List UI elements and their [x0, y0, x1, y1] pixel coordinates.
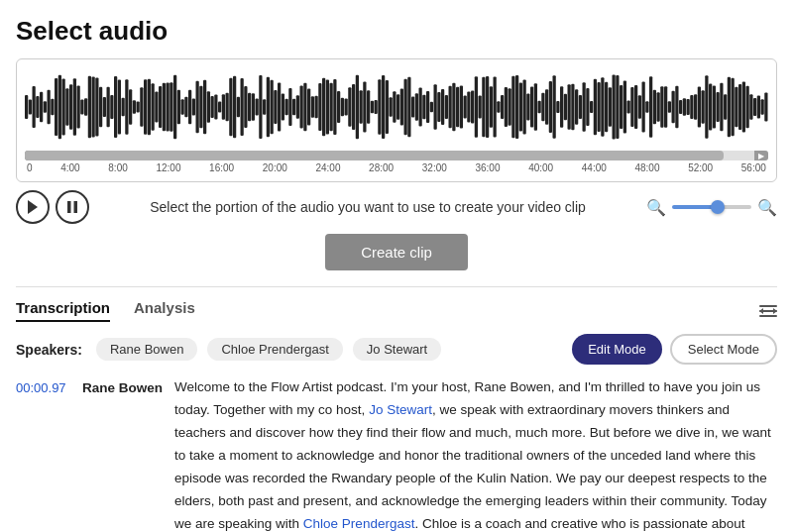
svg-rect-20	[99, 87, 102, 127]
svg-rect-188	[724, 94, 727, 119]
select-mode-button[interactable]: Select Mode	[670, 334, 777, 365]
zoom-controls: 🔍 🔍	[646, 198, 777, 217]
svg-rect-128	[501, 95, 504, 119]
edit-mode-button[interactable]: Edit Mode	[572, 334, 662, 365]
tab-transcription[interactable]: Transcription	[16, 299, 110, 322]
tabs-row: Transcription Analysis	[16, 299, 777, 322]
svg-rect-194	[746, 86, 749, 128]
svg-rect-195	[749, 94, 752, 119]
svg-rect-78	[315, 96, 318, 119]
create-clip-button[interactable]: Create clip	[325, 234, 468, 270]
svg-rect-157	[609, 87, 612, 127]
svg-rect-29	[133, 100, 136, 113]
svg-rect-109	[430, 102, 433, 113]
scrollbar-thumb[interactable]	[25, 151, 724, 160]
svg-rect-117	[460, 85, 463, 128]
highlight-chloe-prendergast: Chloe Prendergast	[303, 516, 415, 531]
svg-rect-140	[545, 89, 548, 124]
select-hint: Select the portion of the audio you want…	[89, 199, 646, 215]
play-button[interactable]	[16, 190, 50, 224]
svg-rect-68	[278, 82, 281, 131]
svg-rect-38	[167, 82, 170, 131]
transcript-timestamp: 00:00.97	[16, 376, 70, 532]
create-clip-row: Create clip	[16, 234, 777, 270]
svg-rect-73	[296, 95, 299, 118]
tab-analysis[interactable]: Analysis	[134, 299, 195, 322]
transcript-entry: 00:00.97 Rane Bowen Welcome to the Flow …	[16, 376, 777, 532]
svg-rect-161	[623, 80, 626, 133]
svg-rect-74	[300, 85, 303, 128]
svg-rect-97	[386, 80, 389, 134]
waveform-scrollbar[interactable]: ◀ ▶	[25, 151, 768, 160]
play-controls	[16, 190, 89, 224]
svg-rect-138	[538, 101, 541, 114]
svg-rect-105	[415, 93, 418, 120]
svg-rect-177	[683, 98, 686, 116]
svg-rect-10	[62, 79, 65, 136]
svg-rect-22	[107, 87, 110, 127]
speaker-chip-jo-stewart[interactable]: Jo Stewart	[353, 338, 441, 361]
zoom-slider[interactable]	[672, 205, 751, 209]
svg-rect-175	[675, 86, 678, 128]
svg-rect-12	[69, 84, 72, 129]
speaker-chip-chloe-prendergast[interactable]: Chloe Prendergast	[207, 338, 342, 361]
svg-rect-37	[163, 83, 166, 131]
svg-rect-0	[25, 95, 28, 119]
transcript-area: 00:00.97 Rane Bowen Welcome to the Flow …	[16, 376, 777, 532]
svg-rect-178	[687, 99, 690, 115]
svg-rect-56	[233, 76, 236, 139]
svg-rect-143	[556, 101, 559, 113]
svg-rect-185	[713, 86, 716, 129]
svg-rect-72	[292, 99, 295, 115]
svg-rect-60	[248, 93, 251, 122]
svg-rect-137	[534, 83, 537, 131]
svg-rect-176	[679, 100, 682, 114]
svg-rect-63	[259, 75, 262, 139]
svg-rect-32	[144, 79, 147, 135]
playback-controls-row: Select the portion of the audio you want…	[16, 190, 777, 224]
svg-rect-59	[244, 86, 247, 128]
pause-button[interactable]	[56, 190, 89, 224]
svg-rect-91	[363, 81, 366, 132]
svg-rect-179	[690, 95, 693, 119]
svg-rect-5	[44, 101, 47, 112]
svg-rect-110	[434, 84, 437, 130]
svg-rect-121	[475, 76, 478, 137]
svg-rect-119	[467, 92, 470, 123]
svg-marker-200	[28, 200, 38, 214]
svg-rect-160	[620, 85, 623, 129]
svg-rect-16	[84, 98, 87, 116]
svg-marker-207	[759, 308, 763, 314]
collapse-button[interactable]	[759, 305, 777, 317]
svg-rect-152	[590, 101, 593, 113]
speaker-chip-rane-bowen[interactable]: Rane Bowen	[96, 338, 197, 361]
svg-rect-57	[237, 97, 240, 118]
svg-rect-15	[80, 100, 83, 115]
zoom-out-icon[interactable]: 🔍	[646, 198, 666, 217]
svg-rect-11	[65, 88, 68, 125]
svg-rect-167	[645, 101, 648, 112]
svg-rect-102	[404, 79, 407, 135]
svg-rect-168	[649, 76, 652, 138]
svg-rect-55	[229, 78, 232, 137]
svg-rect-25	[118, 79, 121, 134]
svg-rect-6	[48, 90, 51, 125]
svg-rect-190	[732, 78, 735, 137]
svg-rect-64	[263, 99, 266, 115]
svg-rect-142	[553, 75, 556, 138]
svg-rect-130	[509, 88, 511, 126]
waveform-display[interactable]	[25, 67, 768, 147]
svg-rect-158	[613, 75, 616, 140]
svg-rect-76	[307, 89, 310, 126]
zoom-in-icon[interactable]: 🔍	[757, 198, 777, 217]
svg-rect-181	[698, 87, 701, 128]
svg-rect-54	[226, 93, 229, 121]
svg-rect-126	[494, 77, 497, 138]
scrollbar-right-arrow[interactable]: ▶	[754, 151, 768, 160]
svg-rect-51	[214, 95, 217, 120]
svg-rect-116	[456, 87, 459, 127]
svg-rect-203	[759, 305, 777, 307]
svg-rect-108	[426, 91, 429, 123]
svg-rect-89	[356, 75, 359, 139]
svg-rect-67	[274, 90, 277, 124]
